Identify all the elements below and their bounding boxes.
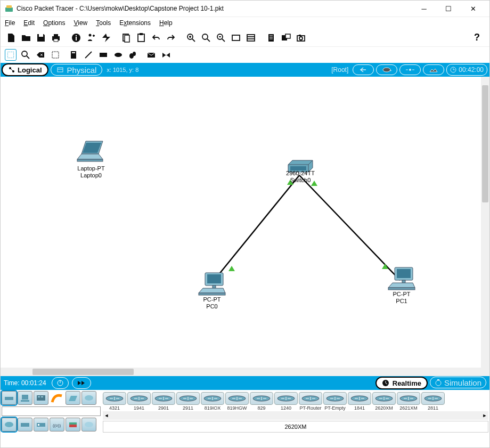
paste-button[interactable] bbox=[100, 31, 112, 44]
clipboard2-button[interactable] bbox=[135, 31, 148, 44]
clipboard1-button[interactable] bbox=[120, 31, 133, 44]
device-item[interactable]: 4321 bbox=[103, 392, 126, 411]
activity-wizard-button[interactable] bbox=[70, 31, 83, 44]
menu-edit[interactable]: Edit bbox=[23, 19, 35, 27]
tab-logical[interactable]: Logical bbox=[2, 63, 48, 76]
minimize-button[interactable]: ─ bbox=[412, 1, 436, 17]
complex-pdu-tool[interactable] bbox=[160, 49, 172, 61]
place-note-tool[interactable] bbox=[68, 49, 79, 61]
network-description-button[interactable] bbox=[265, 31, 277, 44]
device-item[interactable]: 2811 bbox=[421, 392, 445, 411]
device-item[interactable]: 2621XM bbox=[397, 392, 420, 411]
tab-realtime[interactable]: Realtime bbox=[375, 377, 428, 389]
subpalette-security[interactable] bbox=[66, 418, 80, 431]
tab-physical[interactable]: Physical bbox=[51, 64, 103, 76]
subpalette-routers[interactable] bbox=[2, 418, 17, 431]
custom-devices-button[interactable] bbox=[244, 31, 257, 44]
zoom-reset-button[interactable] bbox=[200, 31, 213, 44]
help-button[interactable]: ? bbox=[474, 32, 485, 43]
clock-icon bbox=[450, 67, 456, 73]
subpalette-hubs[interactable] bbox=[34, 418, 48, 431]
open-button[interactable] bbox=[20, 31, 32, 44]
undo-button[interactable] bbox=[150, 31, 162, 44]
scroll-left-icon[interactable]: ◄ bbox=[103, 411, 110, 420]
menu-view[interactable]: View bbox=[74, 19, 87, 27]
device-item[interactable]: 819IOX bbox=[201, 392, 224, 411]
device-item[interactable]: 2620XM bbox=[372, 392, 396, 411]
device-item[interactable]: 829 bbox=[250, 392, 273, 411]
device-item[interactable]: 819HGW bbox=[225, 392, 249, 411]
device-item-label: 1240 bbox=[281, 405, 291, 411]
drawing-palette-button[interactable] bbox=[230, 31, 242, 44]
subpalette-switches[interactable] bbox=[18, 418, 32, 431]
device-scrollbar[interactable]: ◄ ► bbox=[103, 411, 488, 420]
menu-file[interactable]: File bbox=[5, 19, 15, 27]
new-button[interactable] bbox=[5, 31, 18, 44]
palette-multiuser[interactable] bbox=[81, 391, 96, 405]
vertical-scrollbar[interactable] bbox=[481, 77, 489, 376]
set-background-button[interactable] bbox=[423, 64, 444, 75]
svg-rect-0 bbox=[5, 7, 13, 12]
print-button[interactable] bbox=[50, 31, 62, 44]
viewport-button[interactable] bbox=[280, 31, 292, 44]
device-item-label: 2811 bbox=[428, 405, 438, 411]
scroll-right-icon[interactable]: ► bbox=[481, 411, 488, 420]
palette-components[interactable] bbox=[34, 391, 48, 405]
power-cycle-button[interactable] bbox=[52, 377, 69, 389]
device-pc1[interactable] bbox=[387, 266, 416, 291]
palette-network-devices[interactable] bbox=[2, 391, 17, 405]
tab-simulation[interactable]: Simulation bbox=[430, 377, 486, 388]
snapshot-button[interactable] bbox=[295, 31, 307, 44]
device-item[interactable]: 1841 bbox=[348, 392, 371, 411]
svg-rect-92 bbox=[38, 424, 39, 426]
palette-connections[interactable] bbox=[50, 391, 64, 405]
maximize-button[interactable]: ☐ bbox=[436, 1, 461, 17]
close-button[interactable]: ✕ bbox=[461, 1, 485, 17]
menu-tools[interactable]: Tools bbox=[96, 19, 111, 27]
svg-rect-8 bbox=[76, 37, 77, 40]
stopwatch-icon bbox=[435, 379, 442, 386]
palette-misc[interactable] bbox=[66, 391, 80, 405]
menu-extensions[interactable]: Extensions bbox=[119, 19, 151, 27]
palette-end-devices[interactable] bbox=[18, 391, 32, 405]
device-item[interactable]: 1240 bbox=[274, 392, 298, 411]
delete-tool[interactable] bbox=[35, 49, 46, 61]
new-cluster-button[interactable]: + bbox=[376, 64, 397, 75]
root-label[interactable]: [Root] bbox=[331, 66, 348, 74]
menu-help[interactable]: Help bbox=[159, 19, 173, 27]
device-item-label: 819HGW bbox=[227, 405, 247, 411]
zoom-out-button[interactable] bbox=[215, 31, 227, 44]
menu-options[interactable]: Options bbox=[43, 19, 65, 27]
draw-rectangle-tool[interactable] bbox=[97, 49, 109, 61]
resize-tool[interactable] bbox=[50, 49, 61, 61]
svg-rect-73 bbox=[402, 280, 405, 283]
selected-device-label: 2620XM bbox=[103, 421, 488, 433]
fast-forward-button[interactable] bbox=[72, 377, 91, 389]
redo-button[interactable] bbox=[165, 31, 177, 44]
draw-polygon-tool[interactable] bbox=[127, 49, 139, 61]
horizontal-scrollbar[interactable] bbox=[1, 368, 481, 376]
inspect-tool[interactable] bbox=[20, 49, 31, 61]
select-tool[interactable] bbox=[5, 49, 17, 61]
nav-back-button[interactable] bbox=[353, 64, 374, 75]
device-pc0[interactable] bbox=[198, 272, 226, 296]
copy-button[interactable] bbox=[85, 31, 97, 44]
device-item[interactable]: 1941 bbox=[127, 392, 151, 411]
device-item[interactable]: 2901 bbox=[152, 392, 175, 411]
svg-text:((o)): ((o)) bbox=[53, 423, 61, 428]
simple-pdu-tool[interactable] bbox=[145, 49, 157, 61]
workspace[interactable]: Laptop-PT Laptop0 2960-24TT Switch0 PC-P… bbox=[1, 77, 489, 376]
device-item[interactable]: PT-Empty bbox=[323, 392, 347, 411]
subpalette-wireless[interactable]: ((o)) bbox=[50, 418, 64, 431]
device-item[interactable]: 2911 bbox=[176, 392, 200, 411]
subpalette-wan[interactable] bbox=[81, 418, 96, 431]
draw-ellipse-tool[interactable] bbox=[112, 49, 124, 61]
coordinates-label: x: 1015, y: 8 bbox=[107, 67, 138, 73]
draw-line-tool[interactable] bbox=[83, 49, 94, 61]
save-button[interactable] bbox=[35, 31, 47, 44]
device-laptop[interactable] bbox=[75, 138, 107, 165]
device-item[interactable]: PT-Router bbox=[299, 392, 322, 411]
palette-search-input[interactable] bbox=[2, 406, 101, 416]
zoom-in-button[interactable] bbox=[185, 31, 198, 44]
move-object-button[interactable] bbox=[399, 64, 421, 75]
